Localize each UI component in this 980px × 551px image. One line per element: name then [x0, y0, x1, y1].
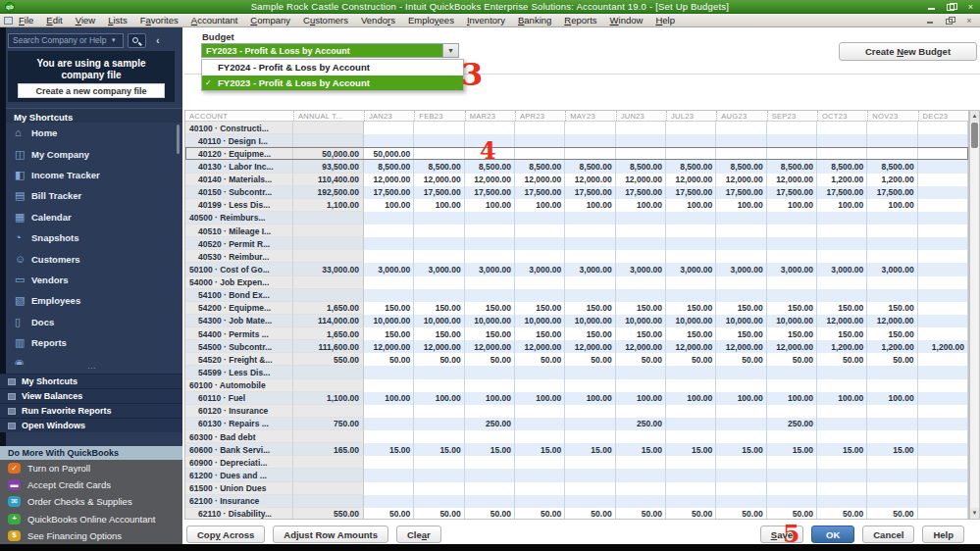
budget-cell[interactable] — [414, 250, 464, 263]
budget-cell[interactable] — [414, 237, 464, 250]
budget-cell[interactable]: 12,000.00 — [616, 340, 666, 353]
vertical-scrollbar[interactable]: ▲ ▼ — [969, 110, 980, 520]
budget-cell[interactable] — [918, 289, 968, 302]
budget-cell[interactable] — [918, 199, 968, 212]
budget-cell[interactable] — [465, 379, 515, 392]
budget-cell[interactable] — [666, 147, 716, 160]
budget-cell[interactable] — [616, 366, 666, 378]
budget-cell[interactable]: 100.00 — [716, 392, 766, 405]
budget-cell[interactable] — [364, 482, 414, 495]
budget-cell[interactable]: 8,500.00 — [616, 160, 666, 173]
budget-cell[interactable]: 3,000.00 — [767, 263, 817, 276]
account-cell[interactable]: 40100 · Constructi... — [185, 122, 293, 134]
budget-cell[interactable] — [565, 379, 615, 392]
menu-vendors[interactable]: Vendors — [361, 15, 395, 25]
budget-cell[interactable]: 10,000.00 — [565, 315, 615, 327]
budget-cell[interactable] — [867, 456, 917, 469]
budget-cell[interactable]: 8,500.00 — [867, 160, 917, 173]
budget-cell[interactable] — [666, 276, 716, 289]
budget-cell[interactable] — [867, 469, 917, 481]
budget-cell[interactable] — [817, 482, 867, 495]
menu-help[interactable]: Help — [655, 15, 675, 25]
budget-cell[interactable]: 150.00 — [565, 327, 615, 340]
budget-cell[interactable] — [414, 212, 464, 225]
budget-cell[interactable] — [414, 469, 464, 481]
budget-cell[interactable] — [666, 122, 716, 134]
sidebar-item-customers[interactable]: ☺Customers — [6, 248, 179, 269]
budget-cell[interactable]: 12,000.00 — [616, 174, 666, 186]
budget-cell[interactable] — [716, 237, 766, 250]
budget-cell[interactable] — [918, 212, 968, 225]
budget-cell[interactable] — [414, 430, 464, 443]
budget-cell[interactable] — [565, 495, 615, 508]
budget-cell[interactable]: 3,000.00 — [515, 263, 565, 276]
budget-cell[interactable] — [767, 495, 817, 508]
budget-cell[interactable]: 15.00 — [465, 443, 515, 456]
budget-cell[interactable]: 100.00 — [767, 392, 817, 405]
budget-cell[interactable] — [716, 366, 766, 378]
budget-cell[interactable]: 12,000.00 — [414, 340, 464, 353]
budget-cell[interactable]: 17,500.00 — [515, 186, 565, 199]
budget-cell[interactable]: 100.00 — [515, 199, 565, 212]
budget-cell[interactable]: 100.00 — [867, 392, 917, 405]
account-cell[interactable]: 60120 · Insurance — [185, 405, 293, 418]
budget-cell[interactable] — [666, 212, 716, 225]
scrollbar-thumb[interactable] — [971, 123, 978, 148]
budget-cell[interactable]: 150.00 — [817, 327, 867, 340]
budget-cell[interactable]: 50.00 — [565, 508, 615, 520]
budget-cell[interactable] — [414, 122, 464, 134]
budget-cell[interactable]: 17,500.00 — [666, 186, 716, 199]
menu-accountant[interactable]: Accountant — [191, 15, 238, 25]
budget-cell[interactable] — [918, 250, 968, 263]
budget-cell[interactable] — [767, 250, 817, 263]
budget-cell[interactable]: 100.00 — [666, 199, 716, 212]
budget-cell[interactable]: 10,000.00 — [716, 315, 766, 327]
budget-cell[interactable] — [616, 469, 666, 481]
budget-cell[interactable] — [918, 482, 968, 495]
budget-cell[interactable] — [414, 134, 464, 147]
menu-employees[interactable]: Employees — [408, 15, 454, 25]
budget-cell[interactable]: 12,000.00 — [465, 340, 515, 353]
budget-cell[interactable]: 100.00 — [364, 392, 414, 405]
budget-cell[interactable] — [465, 237, 515, 250]
menu-lists[interactable]: Lists — [108, 15, 128, 25]
budget-cell[interactable]: 15.00 — [364, 443, 414, 456]
search-input[interactable] — [8, 33, 124, 48]
budget-cell[interactable] — [364, 379, 414, 392]
create-new-budget-button[interactable]: Create New Budget — [839, 42, 977, 61]
budget-cell[interactable]: 50.00 — [515, 508, 565, 520]
budget-cell[interactable]: 3,000.00 — [465, 263, 515, 276]
budget-cell[interactable] — [364, 418, 414, 430]
sidebar-grip-handle[interactable]: ⋯ — [0, 366, 182, 372]
budget-cell[interactable] — [817, 430, 867, 443]
budget-cell[interactable]: 100.00 — [364, 199, 414, 212]
budget-cell[interactable] — [918, 418, 968, 430]
budget-cell[interactable]: 17,500.00 — [817, 186, 867, 199]
budget-cell[interactable] — [364, 225, 414, 237]
budget-cell[interactable]: 50.00 — [817, 353, 867, 366]
budget-cell[interactable]: 100.00 — [565, 199, 615, 212]
account-cell[interactable]: 60110 · Fuel — [185, 392, 293, 405]
copy-across-button[interactable]: Copy Across — [186, 526, 265, 543]
account-cell[interactable]: 40520 · Permit R... — [185, 237, 293, 250]
budget-cell[interactable]: 150.00 — [666, 302, 716, 315]
account-cell[interactable]: 60600 · Bank Servi... — [185, 443, 293, 456]
budget-cell[interactable] — [867, 289, 917, 302]
budget-cell[interactable] — [465, 430, 515, 443]
budget-cell[interactable]: 50.00 — [364, 508, 414, 520]
budget-cell[interactable] — [716, 289, 766, 302]
budget-cell[interactable]: 1,200.00 — [867, 340, 917, 353]
budget-cell[interactable]: 100.00 — [666, 392, 716, 405]
cancel-button[interactable]: Cancel — [862, 526, 914, 543]
account-cell[interactable]: 60130 · Repairs ... — [185, 418, 293, 430]
budget-cell[interactable] — [918, 366, 968, 378]
budget-cell[interactable] — [767, 456, 817, 469]
menu-reports[interactable]: Reports — [564, 15, 596, 25]
budget-cell[interactable] — [716, 456, 766, 469]
account-cell[interactable]: 60300 · Bad debt — [185, 430, 293, 443]
combobox-arrow-icon[interactable]: ▾ — [442, 44, 458, 57]
budget-cell[interactable] — [817, 405, 867, 418]
budget-cell[interactable]: 15.00 — [716, 443, 766, 456]
budget-cell[interactable] — [364, 250, 414, 263]
budget-cell[interactable] — [364, 134, 414, 147]
